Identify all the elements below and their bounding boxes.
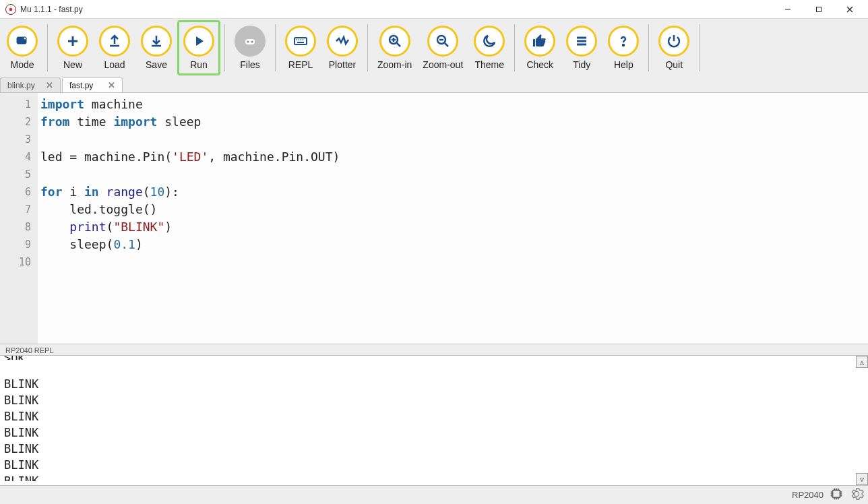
scroll-down-button[interactable]: ▽ [856, 473, 868, 485]
app-logo-icon [5, 4, 16, 15]
help-icon [608, 26, 639, 57]
main-toolbar: ModeNewLoadSaveRunFilesREPLPlotterZoom-i… [0, 19, 868, 77]
editor-tab-bar: blink.py✕fast.py✕ [0, 77, 868, 93]
window-maximize-button[interactable] [803, 0, 834, 19]
power-icon [658, 26, 689, 57]
line-number: 3 [0, 131, 38, 148]
line-number: 6 [0, 183, 38, 201]
toolbar-separator [224, 24, 225, 71]
toolbar-label: Theme [474, 59, 504, 70]
zoom-out-icon [427, 26, 458, 57]
svg-point-33 [623, 44, 624, 46]
code-line[interactable]: sleep(0.1) [40, 236, 868, 253]
toolbar-label: Tidy [573, 59, 590, 70]
repl-line: BLINK [4, 473, 864, 481]
moon-icon [474, 26, 505, 57]
repl-output[interactable]: △ ▽ >OKBLINKBLINKBLINKBLINKBLINKBLINKBLI… [0, 356, 868, 485]
load-icon [99, 26, 130, 57]
toolbar-separator [367, 24, 368, 71]
repl-button[interactable]: REPL [280, 20, 321, 75]
window-close-button[interactable] [834, 0, 865, 19]
toolbar-label: REPL [288, 59, 313, 70]
plus-icon [57, 26, 88, 57]
toolbar-separator [275, 24, 276, 71]
run-button[interactable]: Run [177, 20, 220, 75]
toolbar-label: Check [526, 59, 553, 70]
repl-line: BLINK [4, 408, 864, 424]
code-line[interactable]: for i in range(10): [40, 183, 868, 201]
toolbar-label: Zoom-out [423, 59, 463, 70]
svg-rect-14 [245, 39, 255, 44]
window-minimize-button[interactable] [772, 0, 803, 19]
code-line[interactable]: import machine [40, 96, 868, 113]
new-button[interactable]: New [52, 20, 94, 75]
svg-rect-17 [294, 38, 307, 44]
toolbar-separator [514, 24, 515, 71]
repl-line [4, 360, 864, 376]
toolbar-label: Run [190, 59, 208, 70]
code-line[interactable] [40, 131, 868, 148]
mode-icon [7, 26, 38, 57]
line-number: 5 [0, 166, 38, 183]
toolbar-label: Mode [10, 59, 34, 70]
svg-line-28 [445, 43, 448, 46]
quit-button[interactable]: Quit [653, 20, 695, 75]
editor-tab[interactable]: blink.py✕ [0, 77, 61, 92]
load-button[interactable]: Load [94, 20, 135, 75]
code-area[interactable]: import machinefrom time import sleepled … [38, 93, 868, 344]
svg-point-0 [9, 7, 13, 11]
files-button[interactable]: Files [229, 20, 271, 75]
svg-rect-35 [833, 491, 840, 498]
toolbar-label: New [63, 59, 82, 70]
keyboard-icon [285, 26, 316, 57]
code-line[interactable] [40, 253, 868, 271]
theme-button[interactable]: Theme [468, 20, 510, 75]
save-icon [141, 26, 172, 57]
toolbar-label: Plotter [329, 59, 356, 70]
scroll-up-button[interactable]: △ [856, 356, 868, 368]
toolbar-label: Files [240, 59, 260, 70]
svg-point-16 [251, 41, 253, 43]
line-number: 2 [0, 113, 38, 131]
chip-icon[interactable] [829, 486, 844, 503]
repl-line: BLINK [4, 376, 864, 392]
window-title-bar: Mu 1.1.1 - fast.py [0, 0, 868, 19]
code-editor[interactable]: 12345678910 import machinefrom time impo… [0, 93, 868, 344]
editor-tab[interactable]: fast.py✕ [62, 77, 123, 92]
play-icon [183, 26, 214, 57]
tab-label: blink.py [7, 81, 35, 90]
settings-gear-icon[interactable] [849, 486, 864, 503]
plotter-icon [327, 26, 358, 57]
zoomout-button[interactable]: Zoom-out [417, 20, 468, 75]
code-line[interactable]: led = machine.Pin('LED', machine.Pin.OUT… [40, 148, 868, 166]
line-number: 4 [0, 148, 38, 166]
line-number: 10 [0, 253, 38, 271]
mode-button[interactable]: Mode [1, 20, 43, 75]
line-number: 7 [0, 201, 38, 218]
code-line[interactable] [40, 166, 868, 183]
line-number: 8 [0, 218, 38, 236]
code-line[interactable]: print("BLINK") [40, 218, 868, 236]
toolbar-label: Zoom-in [377, 59, 412, 70]
tidy-icon [566, 26, 597, 57]
code-line[interactable]: led.toggle() [40, 201, 868, 218]
line-number: 1 [0, 96, 38, 113]
toolbar-label: Help [614, 59, 633, 70]
repl-panel-title: RP2040 REPL [0, 344, 868, 356]
tab-close-icon[interactable]: ✕ [105, 80, 118, 90]
help-button[interactable]: Help [602, 20, 644, 75]
zoomin-button[interactable]: Zoom-in [372, 20, 417, 75]
check-button[interactable]: Check [519, 20, 561, 75]
save-button[interactable]: Save [135, 20, 177, 75]
line-number: 9 [0, 236, 38, 253]
thumb-icon [524, 26, 555, 57]
tab-close-icon[interactable]: ✕ [43, 80, 56, 90]
plotter-button[interactable]: Plotter [321, 20, 363, 75]
repl-line: BLINK [4, 392, 864, 408]
tidy-button[interactable]: Tidy [561, 20, 602, 75]
window-title: Mu 1.1.1 - fast.py [20, 5, 83, 14]
svg-point-6 [24, 37, 26, 40]
toolbar-separator [699, 24, 700, 71]
svg-rect-2 [817, 7, 822, 11]
code-line[interactable]: from time import sleep [40, 113, 868, 131]
